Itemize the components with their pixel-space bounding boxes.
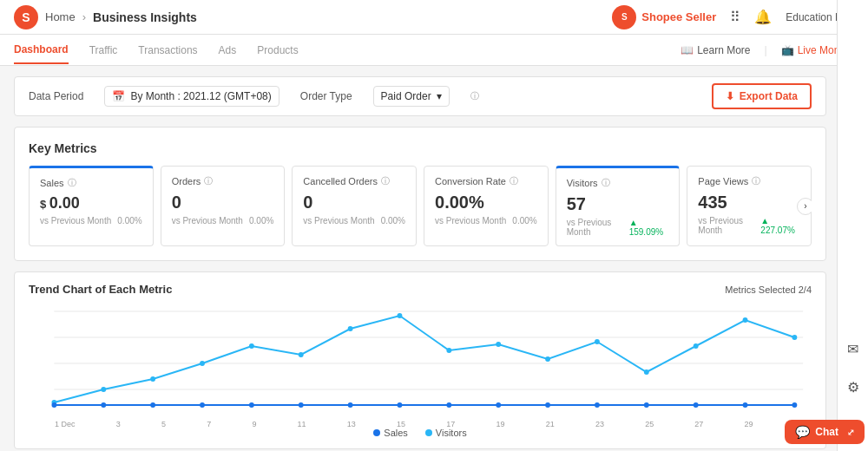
svg-point-18 [743,317,748,323]
svg-point-23 [200,402,205,408]
svg-point-26 [348,402,353,408]
email-sidebar-icon[interactable]: ✉ [841,337,865,361]
metric-cancelled-label: Cancelled Orders ⓘ [303,175,405,187]
pageviews-info-icon[interactable]: ⓘ [752,175,760,187]
svg-point-15 [595,339,600,344]
metric-visitors-value: 57 [567,194,669,214]
export-data-button[interactable]: ⬇ Export Data [712,83,812,109]
nav-items: Dashboard Traffic Transactions Ads Produ… [14,36,299,64]
learn-more-link[interactable]: 📖 Learn More [681,44,750,56]
period-value: By Month : 2021.12 (GMT+08) [130,90,271,102]
nav-divider: | [765,44,767,56]
grid-icon[interactable]: ⠿ [730,9,740,25]
x-label-29: 29 [745,420,753,428]
metric-orders-vs: vs Previous Month 0.00% [172,216,274,226]
legend-visitors-label: Visitors [436,428,467,438]
svg-point-14 [545,356,550,362]
chart-title: Trend Chart of Each Metric [29,283,172,296]
svg-point-5 [101,387,106,392]
nav-item-traffic[interactable]: Traffic [89,37,118,63]
x-label-7: 7 [207,420,211,428]
trend-chart [29,303,812,415]
bell-icon[interactable]: 🔔 [754,9,772,25]
metric-pageviews-change: ▲ 227.07% [760,216,800,235]
filter-bar: Data Period 📅 By Month : 2021.12 (GMT+08… [14,76,826,116]
metric-cancelled-value: 0 [303,193,405,212]
metric-pageviews-label: Page Views ⓘ [698,175,800,187]
download-icon: ⬇ [726,90,734,102]
metric-orders-change: 0.00% [249,216,273,226]
navbar: Dashboard Traffic Transactions Ads Produ… [0,35,868,66]
chart-section: Trend Chart of Each Metric Metrics Selec… [14,271,826,449]
nav-item-ads[interactable]: Ads [219,37,237,63]
svg-point-25 [299,402,304,408]
orders-info-icon[interactable]: ⓘ [204,175,213,187]
metric-card-pageviews: Page Views ⓘ 435 vs Previous Month ▲ 227… [687,166,812,246]
metric-pageviews-vs: vs Previous Month ▲ 227.07% [698,216,800,235]
settings-sidebar-icon[interactable]: ⚙ [841,375,865,399]
order-type-label: Order Type [300,90,352,102]
svg-point-29 [496,402,501,408]
x-label-27: 27 [694,420,703,428]
svg-point-27 [398,402,403,408]
legend-sales-dot [373,429,380,436]
x-label-9: 9 [252,420,256,428]
svg-point-17 [694,343,699,349]
svg-point-30 [545,402,550,408]
metric-conversion-label: Conversion Rate ⓘ [435,175,537,187]
shopee-home-logo: S [14,5,38,29]
metric-card-cancelled: Cancelled Orders ⓘ 0 vs Previous Month 0… [292,166,417,246]
metric-sales-value: $ 0.00 [40,194,142,212]
metric-conversion-value: 0.00% [435,193,537,212]
x-label-11: 11 [298,420,306,428]
legend-sales-label: Sales [384,428,408,438]
svg-point-31 [595,402,600,408]
x-label-15: 15 [397,420,405,428]
chat-icon: 💬 [795,425,810,439]
svg-point-22 [150,402,155,408]
order-type-selector[interactable]: Paid Order ▾ [373,86,450,107]
learn-more-label: Learn More [697,44,750,56]
legend-sales: Sales [373,428,408,438]
export-label: Export Data [740,90,798,102]
sales-info-icon[interactable]: ⓘ [68,177,76,189]
x-label-23: 23 [595,420,604,428]
metric-orders-value: 0 [172,193,274,212]
dropdown-arrow-icon: ▾ [437,90,442,102]
svg-point-32 [644,402,649,408]
svg-point-8 [249,343,254,349]
legend-visitors-dot [425,429,432,436]
x-label-13: 13 [347,420,356,428]
visitors-info-icon[interactable]: ⓘ [602,177,610,189]
period-selector[interactable]: 📅 By Month : 2021.12 (GMT+08) [104,86,279,107]
chart-header: Trend Chart of Each Metric Metrics Selec… [29,283,812,296]
svg-point-34 [743,402,748,408]
cancelled-info-icon[interactable]: ⓘ [381,175,390,187]
metrics-selected-label: Metrics Selected 2/4 [725,284,812,295]
svg-point-28 [446,402,451,408]
chat-button[interactable]: 💬 Chat ⤢ [785,420,865,444]
order-type-info-icon[interactable]: ⓘ [470,90,479,102]
metric-visitors-label: Visitors ⓘ [567,177,669,189]
nav-item-transactions[interactable]: Transactions [138,37,197,63]
metrics-next-arrow[interactable]: › [797,198,812,215]
home-link[interactable]: Home [45,10,76,23]
conversion-info-icon[interactable]: ⓘ [510,175,518,187]
metric-sales-change: 0.00% [117,216,141,226]
svg-point-7 [200,361,205,366]
svg-point-21 [101,402,106,408]
main-content: Data Period 📅 By Month : 2021.12 (GMT+08… [0,66,868,451]
chart-legend: Sales Visitors [29,428,812,438]
nav-item-dashboard[interactable]: Dashboard [14,36,69,64]
breadcrumb-separator: › [82,10,86,23]
metric-card-orders: Orders ⓘ 0 vs Previous Month 0.00% [161,166,286,246]
nav-right-links: 📖 Learn More | 📺 Live Monitor [681,44,854,56]
svg-point-24 [249,402,254,408]
metric-sales-vs: vs Previous Month 0.00% [40,216,142,226]
metric-cancelled-vs: vs Previous Month 0.00% [303,216,405,226]
svg-point-6 [150,376,155,382]
page-title: Business Insights [93,10,197,24]
nav-item-products[interactable]: Products [257,37,298,63]
x-label-25: 25 [645,420,654,428]
svg-point-35 [792,402,797,408]
